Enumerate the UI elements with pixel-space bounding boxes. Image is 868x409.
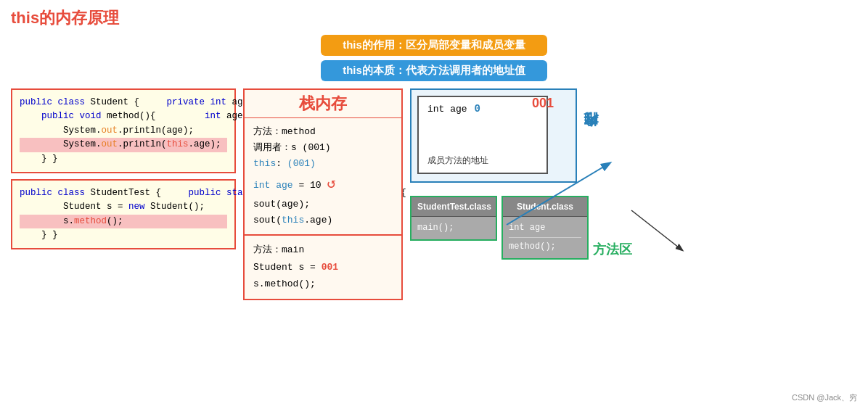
stack-s-method: s.method(); — [253, 276, 393, 292]
stack-memory-box: 栈内存 方法：method 调用者：s (001) this: (001) in… — [243, 88, 403, 300]
stack-caller: 调用者：s (001) — [253, 140, 393, 156]
code-line-3: public void method(){ — [20, 111, 156, 121]
code-line-1: public class Student { — [20, 97, 139, 107]
code-line-t1: public class StudentTest { — [20, 188, 161, 198]
heap-int-age-row: int age 0 — [427, 103, 538, 115]
heap-int-age-label: int age — [427, 104, 467, 115]
stack-method: 方法：method — [253, 124, 393, 140]
stack-title: 栈内存 — [245, 90, 401, 118]
code-line-t6: } — [52, 230, 58, 240]
studenttest-class-label: StudentTest.class — [412, 197, 496, 217]
code-line-7: } — [20, 154, 47, 164]
code-line-t4: s.method(); — [20, 215, 227, 228]
watermark: CSDN @Jack、穷 — [792, 392, 857, 403]
heap-area: 001 int age 0 成员方法的地址 — [410, 88, 577, 183]
right-column: 001 int age 0 成员方法的地址 堆内存 — [410, 88, 857, 260]
heap-address: 001 — [532, 96, 554, 111]
code-line-6: System.out.println(this.age); — [20, 138, 227, 152]
banner-orange: this的作用：区分局部变量和成员变量 — [321, 35, 547, 56]
page-title: this的内存原理 — [11, 7, 857, 29]
code-line-5: System.out.println(age); — [20, 125, 194, 136]
heap-inner-box: int age 0 成员方法的地址 — [417, 96, 548, 174]
stack-main-method: 方法：main — [253, 241, 393, 258]
content-row: public class Student { private int age; … — [11, 88, 857, 300]
student-class-label: Student.class — [503, 197, 587, 217]
stack-int-age: int age = 10 ↺ — [253, 172, 393, 197]
student-method-label: method(); — [509, 240, 581, 254]
stack-sout-age: sout(age); — [253, 197, 393, 212]
main-container: this的内存原理 this的作用：区分局部变量和成员变量 this的本质：代表… — [0, 0, 868, 409]
method-area-label: 方法区 — [593, 241, 632, 260]
code-box-studenttest: public class StudentTest { public static… — [11, 179, 236, 250]
method-area-row: StudentTest.class main(); Student.class … — [410, 196, 857, 260]
code-line-t3: Student s = new Student(); — [20, 202, 205, 212]
code-line-8: } — [52, 154, 58, 164]
method-box-student: Student.class int age method(); — [501, 196, 589, 260]
heap-method-addr: 成员方法的地址 — [427, 154, 538, 167]
banner-blue: this的本质：代表方法调用者的地址值 — [321, 60, 547, 81]
title-rest: 的内存原理 — [39, 9, 119, 27]
left-column: public class Student { private int age; … — [11, 88, 236, 249]
stack-this: this: (001) — [253, 156, 393, 172]
heap-int-age-value: 0 — [475, 103, 480, 115]
studenttest-method-content: main(); — [412, 217, 496, 239]
stack-sout-this: sout(this.age) — [253, 212, 393, 228]
student-int-age: int age — [509, 221, 581, 235]
stack-lower: 方法：main Student s = 001 s.method(); — [245, 236, 401, 298]
banners: this的作用：区分局部变量和成员变量 this的本质：代表方法调用者的地址值 — [11, 35, 857, 81]
stack-student-s: Student s = 001 — [253, 259, 393, 276]
student-method-content: int age method(); — [503, 217, 587, 258]
stack-upper: 方法：method 调用者：s (001) this: (001) int ag… — [245, 118, 401, 236]
main-method-label: main(); — [417, 221, 490, 235]
code-line-t5: } — [20, 230, 47, 240]
code-box-student: public class Student { private int age; … — [11, 88, 236, 173]
title-this: this — [11, 9, 39, 27]
code-line-2: private int age; — [145, 97, 254, 107]
method-box-studenttest: StudentTest.class main(); — [410, 196, 497, 241]
